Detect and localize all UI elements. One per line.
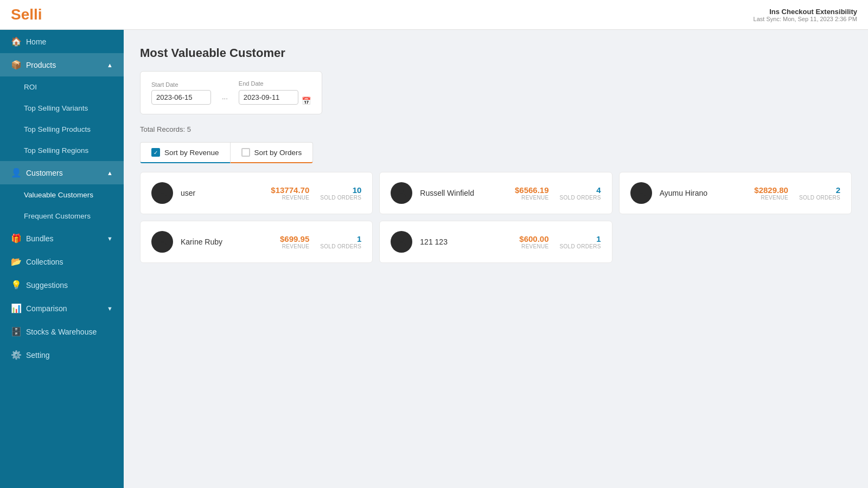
- calendar-icon[interactable]: 📅: [302, 97, 311, 105]
- tsv-label: Top Selling Variants: [24, 104, 88, 112]
- sort-by-revenue-tab[interactable]: ✓ Sort by Revenue: [140, 142, 231, 163]
- sold-orders-label: SOLD ORDERS: [799, 195, 840, 201]
- sidebar-item-top-selling-variants[interactable]: Top Selling Variants: [0, 98, 124, 119]
- sold-orders-stat: 4 SOLD ORDERS: [560, 185, 601, 201]
- sold-orders-stat: 2 SOLD ORDERS: [799, 185, 840, 201]
- sort-by-orders-tab[interactable]: Sort by Orders: [231, 142, 314, 163]
- tsp-label: Top Selling Products: [24, 125, 91, 133]
- sidebar-item-setting[interactable]: ⚙️ Setting: [0, 343, 124, 367]
- sidebar-item-customers[interactable]: 👤 Customers ▲: [0, 161, 124, 184]
- sidebar-item-label: Setting: [26, 351, 50, 359]
- sold-orders-label: SOLD ORDERS: [320, 195, 361, 201]
- customer-card: 121 123 $600.00 REVENUE 1 SOLD ORDERS: [379, 221, 612, 263]
- revenue-value: $699.95: [280, 234, 309, 243]
- header: Selli Ins Checkout Extensibility Last Sy…: [0, 0, 868, 30]
- customer-stats: $2829.80 REVENUE 2 SOLD ORDERS: [754, 185, 840, 201]
- sidebar-item-label: Stocks & Warehouse: [26, 328, 97, 336]
- date-filter-box: Start Date ... End Date 📅: [140, 71, 322, 114]
- end-date-group: End Date 📅: [239, 80, 311, 105]
- sync-label: Last Sync:: [754, 16, 781, 22]
- sidebar-item-collections[interactable]: 📂 Collections: [0, 250, 124, 273]
- stocks-icon: 🗄️: [11, 326, 21, 337]
- sidebar-item-valuable-customers[interactable]: Valueable Customers: [0, 184, 124, 206]
- sidebar-item-comparison[interactable]: 📊 Comparison ▼: [0, 297, 124, 320]
- sort-revenue-label: Sort by Revenue: [164, 149, 219, 157]
- sidebar-item-products[interactable]: 📦 Products ▲: [0, 53, 124, 76]
- customer-name: Karine Ruby: [181, 237, 272, 246]
- sidebar-item-label: Comparison: [26, 304, 67, 313]
- customer-card: Ayumu Hirano $2829.80 REVENUE 2 SOLD ORD…: [619, 172, 852, 214]
- sidebar-item-stocks-warehouse[interactable]: 🗄️ Stocks & Warehouse: [0, 320, 124, 343]
- sort-orders-label: Sort by Orders: [254, 149, 302, 157]
- header-right: Ins Checkout Extensibility Last Sync: Mo…: [754, 8, 857, 22]
- sidebar-item-frequent-customers[interactable]: Frequent Customers: [0, 206, 124, 227]
- logo-text: Sell: [11, 6, 38, 23]
- customer-info: Ayumu Hirano: [660, 189, 747, 197]
- customer-info: user: [181, 189, 263, 197]
- date-separator: ...: [222, 93, 228, 101]
- sold-orders-stat: 1 SOLD ORDERS: [560, 234, 601, 249]
- customer-stats: $699.95 REVENUE 1 SOLD ORDERS: [280, 234, 361, 249]
- avatar: [630, 182, 652, 204]
- main-content: Most Valueable Customer Start Date ... E…: [124, 30, 868, 488]
- page-title: Most Valueable Customer: [140, 46, 852, 60]
- suggestions-icon: 💡: [11, 280, 21, 290]
- sold-orders-value: 4: [560, 185, 601, 195]
- customer-info: Karine Ruby: [181, 237, 272, 246]
- sold-orders-value: 1: [560, 234, 601, 243]
- home-icon: 🏠: [11, 36, 21, 47]
- sidebar-item-bundles[interactable]: 🎁 Bundles ▼: [0, 227, 124, 250]
- end-date-input[interactable]: [239, 90, 298, 105]
- svg-point-4: [399, 237, 404, 242]
- svg-point-1: [399, 189, 404, 193]
- customer-name: Russell Winfield: [420, 189, 507, 197]
- layout: 🏠 Home 📦 Products ▲ ROI Top Selling Vari…: [0, 30, 868, 488]
- svg-point-3: [160, 237, 164, 242]
- sidebar: 🏠 Home 📦 Products ▲ ROI Top Selling Vari…: [0, 30, 124, 488]
- revenue-label: REVENUE: [754, 195, 788, 201]
- sync-info: Last Sync: Mon, Sep 11, 2023 2:36 PM: [754, 16, 857, 22]
- chevron-up-icon: ▲: [107, 170, 113, 176]
- sidebar-item-home[interactable]: 🏠 Home: [0, 30, 124, 53]
- sidebar-item-suggestions[interactable]: 💡 Suggestions: [0, 273, 124, 297]
- total-records-label: Total Records:: [140, 125, 185, 133]
- sold-orders-label: SOLD ORDERS: [560, 243, 601, 249]
- customer-stats: $600.00 REVENUE 1 SOLD ORDERS: [519, 234, 601, 249]
- customer-card: Russell Winfield $6566.19 REVENUE 4 SOLD…: [379, 172, 612, 214]
- sidebar-item-label: Products: [26, 61, 56, 69]
- app-name: Ins Checkout Extensibility: [754, 8, 857, 16]
- sold-orders-value: 1: [320, 234, 361, 243]
- sidebar-item-roi[interactable]: ROI: [0, 76, 124, 98]
- sidebar-item-label: Home: [26, 37, 46, 46]
- start-date-input[interactable]: [151, 90, 211, 105]
- sidebar-item-top-selling-products[interactable]: Top Selling Products: [0, 119, 124, 140]
- logo: Selli: [11, 6, 42, 23]
- start-date-group: Start Date: [151, 81, 211, 105]
- vc-label: Valueable Customers: [24, 191, 93, 199]
- sold-orders-stat: 10 SOLD ORDERS: [320, 185, 361, 201]
- customer-name: 121 123: [420, 237, 512, 246]
- revenue-value: $13774.70: [271, 185, 309, 195]
- svg-point-0: [160, 189, 164, 193]
- sold-orders-label: SOLD ORDERS: [320, 243, 361, 249]
- logo-accent: i: [38, 6, 42, 23]
- total-records-value: 5: [187, 125, 191, 133]
- revenue-stat: $600.00 REVENUE: [519, 234, 548, 249]
- products-icon: 📦: [11, 60, 21, 70]
- revenue-checkbox[interactable]: ✓: [151, 148, 160, 157]
- orders-checkbox[interactable]: [241, 148, 250, 157]
- revenue-value: $6566.19: [515, 185, 549, 195]
- comparison-icon: 📊: [11, 303, 21, 313]
- customer-cards-grid: user $13774.70 REVENUE 10 SOLD ORDERS Ru…: [140, 172, 852, 263]
- sync-value: Mon, Sep 11, 2023 2:36 PM: [783, 16, 857, 22]
- revenue-label: REVENUE: [271, 195, 309, 201]
- chevron-down-icon: ▼: [107, 305, 113, 312]
- customer-info: 121 123: [420, 237, 512, 246]
- chevron-down-icon: ▼: [107, 235, 113, 242]
- sidebar-item-top-selling-regions[interactable]: Top Selling Regions: [0, 140, 124, 161]
- roi-label: ROI: [24, 83, 37, 91]
- revenue-value: $2829.80: [754, 185, 788, 195]
- customer-stats: $6566.19 REVENUE 4 SOLD ORDERS: [515, 185, 601, 201]
- customer-info: Russell Winfield: [420, 189, 507, 197]
- end-date-label: End Date: [239, 80, 311, 87]
